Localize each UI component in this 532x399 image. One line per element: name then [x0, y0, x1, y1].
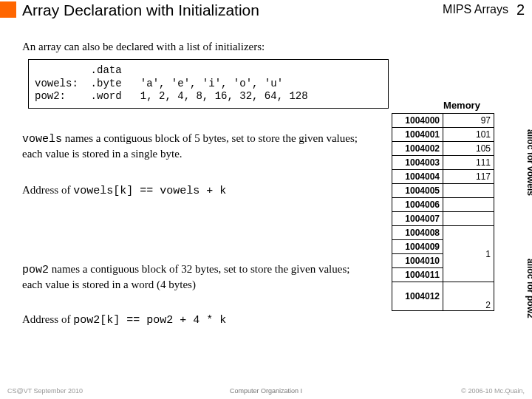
mem-val: 101	[443, 128, 494, 142]
text: names a contiguous block of 5 bytes, set…	[22, 132, 358, 160]
mem-val-merged: 2	[443, 282, 494, 311]
mem-addr: 1004008	[392, 226, 443, 240]
code-block: .data vowels: .byte 'a', 'e', 'i', 'o', …	[28, 59, 389, 109]
alloc-label-vowels: alloc for vowels	[525, 129, 532, 203]
mem-val	[443, 198, 494, 212]
memory-table: 100400097 1004001101 1004002105 10040031…	[392, 113, 494, 311]
mem-val: 117	[443, 170, 494, 184]
footer-right: © 2006-10 Mc.Quain,	[461, 387, 525, 395]
code-inline: vowels[k] == vowels + k	[73, 185, 226, 197]
text: Address of	[22, 184, 73, 196]
mem-addr: 1004006	[392, 198, 443, 212]
text: Address of	[22, 313, 73, 325]
mem-addr: 1004012	[392, 282, 443, 311]
intro-text: An array can also be declared with a lis…	[22, 40, 265, 55]
page-number: 2	[516, 1, 525, 18]
mem-addr: 1004004	[392, 170, 443, 184]
mem-addr: 1004007	[392, 212, 443, 226]
mem-val	[443, 212, 494, 226]
header-row: Array Declaration with Initialization MI…	[0, 0, 532, 21]
text: names a contiguous block of 32 bytes, se…	[22, 263, 349, 290]
code-inline: vowels	[22, 133, 62, 146]
mem-addr: 1004002	[392, 142, 443, 156]
mem-addr: 1004010	[392, 254, 443, 268]
mem-addr: 1004003	[392, 156, 443, 170]
mem-val: 97	[443, 114, 494, 128]
mem-addr: 1004001	[392, 128, 443, 142]
mem-val	[443, 184, 494, 198]
mem-addr: 1004005	[392, 184, 443, 198]
footer: CS@VT September 2010 Computer Organizati…	[7, 387, 525, 395]
memory-diagram: Memory 100400097 1004001101 1004002105 1…	[392, 100, 525, 311]
code-inline: pow2[k] == pow2 + 4 * k	[73, 314, 226, 327]
code-inline: pow2	[22, 264, 49, 276]
section-label: MIPS Arrays	[443, 3, 508, 16]
paragraph-pow2-desc: pow2 names a contiguous block of 32 byte…	[22, 262, 362, 292]
footer-left: CS@VT September 2010	[7, 387, 83, 395]
paragraph-vowels-addr: Address of vowels[k] == vowels + k	[22, 183, 362, 199]
mem-addr: 1004000	[392, 114, 443, 128]
memory-title: Memory	[399, 100, 525, 111]
paragraph-vowels-desc: vowels names a contiguous block of 5 byt…	[22, 132, 362, 161]
paragraph-pow2-addr: Address of pow2[k] == pow2 + 4 * k	[22, 313, 362, 328]
mem-addr: 1004011	[392, 268, 443, 282]
footer-mid: Computer Organization I	[230, 387, 302, 395]
mem-val: 105	[443, 142, 494, 156]
mem-val-merged: 1	[443, 226, 494, 282]
alloc-label-pow2: alloc for pow2	[525, 259, 532, 332]
mem-addr: 1004009	[392, 240, 443, 254]
mem-val: 111	[443, 156, 494, 170]
page-title: Array Declaration with Initialization	[22, 1, 259, 19]
